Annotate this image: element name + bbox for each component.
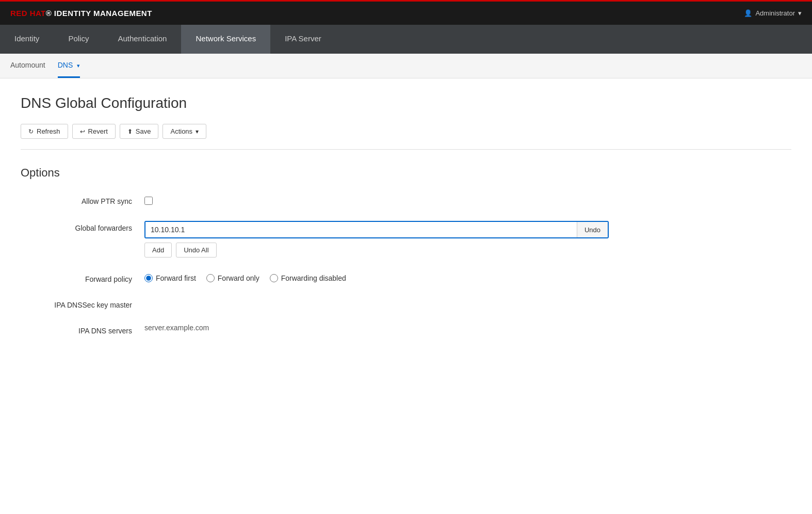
refresh-button[interactable]: ↻ Refresh bbox=[21, 124, 68, 139]
global-forwarders-row: Global forwarders Undo Add Undo All bbox=[21, 221, 791, 258]
global-forwarders-control: Undo Add Undo All bbox=[144, 221, 791, 258]
revert-icon: ↩ bbox=[80, 128, 85, 135]
dns-servers-row: IPA DNS servers server.example.com bbox=[21, 324, 791, 335]
radio-forward-first-label: Forward first bbox=[156, 274, 196, 282]
subnav-dns[interactable]: DNS ▾ bbox=[58, 54, 80, 78]
nav-item-ipa-server[interactable]: IPA Server bbox=[270, 25, 336, 54]
dns-servers-text: server.example.com bbox=[144, 321, 209, 332]
revert-button[interactable]: ↩ Revert bbox=[72, 124, 116, 139]
brand-logo: RED HAT® IDENTITY MANAGEMENT bbox=[10, 9, 152, 18]
nav-item-identity[interactable]: Identity bbox=[0, 25, 54, 54]
toolbar: ↻ Refresh ↩ Revert ⬆ Save Actions ▾ bbox=[21, 124, 791, 150]
main-nav: Identity Policy Authentication Network S… bbox=[0, 25, 812, 54]
global-forwarders-input-group: Undo bbox=[144, 221, 609, 238]
allow-ptr-sync-row: Allow PTR sync bbox=[21, 194, 791, 206]
user-icon: 👤 bbox=[744, 9, 752, 17]
radio-forwarding-disabled[interactable]: Forwarding disabled bbox=[270, 274, 346, 282]
add-forwarder-button[interactable]: Add bbox=[144, 243, 172, 258]
dnssec-key-master-label: IPA DNSSec key master bbox=[21, 298, 144, 309]
radio-forward-only-input[interactable] bbox=[206, 274, 215, 282]
global-forwarders-undo-button[interactable]: Undo bbox=[577, 222, 608, 237]
global-forwarders-label: Global forwarders bbox=[21, 221, 144, 232]
top-bar: RED HAT® IDENTITY MANAGEMENT 👤 Administr… bbox=[0, 0, 812, 25]
radio-forward-only-label: Forward only bbox=[218, 274, 259, 282]
nav-item-network-services[interactable]: Network Services bbox=[181, 25, 270, 54]
sub-nav: Automount DNS ▾ bbox=[0, 54, 812, 78]
allow-ptr-sync-control bbox=[144, 194, 791, 206]
radio-forwarding-disabled-input[interactable] bbox=[270, 274, 278, 282]
global-forwarders-buttons: Add Undo All bbox=[144, 243, 791, 258]
forward-policy-label: Forward policy bbox=[21, 272, 144, 283]
options-heading: Options bbox=[21, 166, 791, 180]
refresh-icon: ↻ bbox=[28, 128, 34, 135]
dns-servers-value: server.example.com bbox=[144, 324, 791, 332]
options-section: Options Allow PTR sync Global forwarders… bbox=[21, 166, 791, 335]
user-dropdown-icon: ▾ bbox=[798, 9, 802, 17]
undo-all-button[interactable]: Undo All bbox=[176, 243, 216, 258]
brand-rest: ® IDENTITY MANAGEMENT bbox=[46, 9, 152, 18]
global-forwarders-input[interactable] bbox=[145, 222, 577, 237]
page-title: DNS Global Configuration bbox=[21, 95, 791, 111]
user-menu[interactable]: 👤 Administrator ▾ bbox=[744, 9, 802, 17]
nav-item-policy[interactable]: Policy bbox=[54, 25, 103, 54]
actions-button[interactable]: Actions ▾ bbox=[163, 124, 206, 139]
page-content: DNS Global Configuration ↻ Refresh ↩ Rev… bbox=[0, 78, 812, 366]
user-name: Administrator bbox=[755, 9, 795, 17]
actions-dropdown-icon: ▾ bbox=[196, 128, 199, 135]
forward-policy-row: Forward policy Forward first Forward onl… bbox=[21, 272, 791, 283]
forward-policy-radio-group: Forward first Forward only Forwarding di… bbox=[144, 272, 791, 282]
nav-item-authentication[interactable]: Authentication bbox=[103, 25, 181, 54]
radio-forwarding-disabled-label: Forwarding disabled bbox=[281, 274, 346, 282]
save-icon: ⬆ bbox=[127, 128, 133, 135]
subnav-automount[interactable]: Automount bbox=[10, 54, 45, 78]
radio-forward-first[interactable]: Forward first bbox=[144, 274, 196, 282]
dns-dropdown-icon: ▾ bbox=[77, 62, 80, 69]
forward-policy-control: Forward first Forward only Forwarding di… bbox=[144, 272, 791, 282]
allow-ptr-sync-checkbox[interactable] bbox=[144, 197, 153, 205]
radio-forward-first-input[interactable] bbox=[144, 274, 153, 282]
dnssec-key-master-row: IPA DNSSec key master bbox=[21, 298, 791, 309]
brand-red: RED HAT bbox=[10, 9, 46, 18]
save-button[interactable]: ⬆ Save bbox=[120, 124, 159, 139]
allow-ptr-sync-label: Allow PTR sync bbox=[21, 194, 144, 205]
radio-forward-only[interactable]: Forward only bbox=[206, 274, 259, 282]
dns-servers-label: IPA DNS servers bbox=[21, 324, 144, 335]
